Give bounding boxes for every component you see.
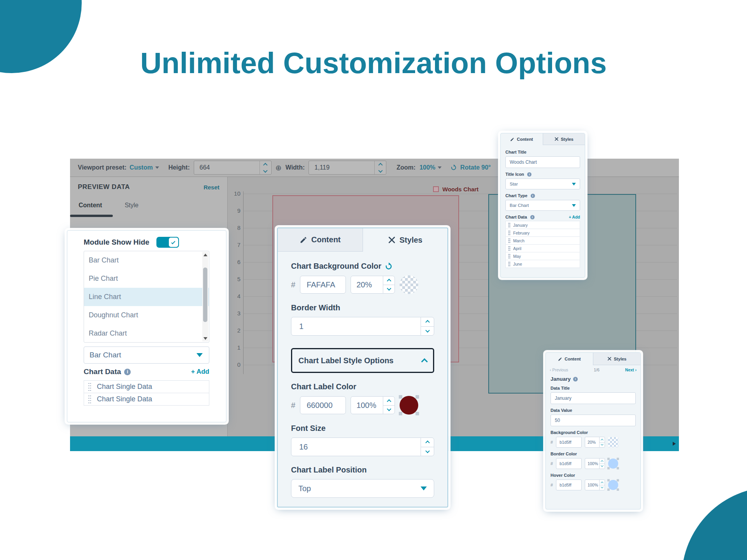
height-stepper[interactable] <box>260 161 271 174</box>
chevron-up-icon[interactable] <box>601 439 603 441</box>
list-item-label: April <box>513 246 521 251</box>
list-item[interactable]: April <box>505 244 580 252</box>
hover-opacity-input[interactable]: 100% <box>585 480 605 490</box>
drag-handle-icon[interactable] <box>88 382 91 392</box>
tab-content-label: Content <box>565 357 581 361</box>
title-icon-select[interactable]: Star <box>505 178 580 189</box>
label-color-swatch[interactable] <box>400 396 418 415</box>
data-item-panel: Content Styles ‹ Previous 1/6 Next › Jan… <box>545 352 641 509</box>
option-doughnut-chart[interactable]: Doughnut Chart <box>84 306 209 324</box>
border-color-swatch[interactable] <box>608 458 618 469</box>
background-opacity-input[interactable]: 20% <box>351 276 395 294</box>
background-color-swatch[interactable] <box>608 437 618 447</box>
chart-type-select[interactable]: Bar Chart <box>84 346 209 364</box>
tab-content[interactable]: Content <box>501 133 543 145</box>
drag-handle-icon[interactable] <box>508 261 510 267</box>
border-opacity-input[interactable]: 100% <box>585 458 605 469</box>
info-icon[interactable] <box>573 377 578 382</box>
info-icon[interactable] <box>527 172 531 177</box>
chevron-up-icon[interactable] <box>387 279 391 283</box>
refresh-icon[interactable] <box>384 262 393 271</box>
chart-type-selected-value: Bar Chart <box>89 351 121 359</box>
info-icon[interactable] <box>124 369 131 375</box>
rotate-button[interactable]: Rotate 90° <box>460 164 491 171</box>
background-hex-input[interactable]: b1d5ff <box>556 437 582 448</box>
list-item[interactable]: May <box>505 252 580 260</box>
info-icon[interactable] <box>530 215 535 219</box>
tab-style[interactable]: Style <box>124 202 139 209</box>
scroll-up-icon[interactable] <box>203 254 207 256</box>
chevron-down-icon[interactable] <box>425 449 430 453</box>
chevron-down-icon[interactable] <box>425 328 430 332</box>
border-hex-input[interactable]: b1d5ff <box>556 458 582 469</box>
chevron-up-icon[interactable] <box>601 460 603 463</box>
option-radar-chart[interactable]: Radar Chart <box>84 324 209 343</box>
chevron-down-icon[interactable] <box>387 286 391 290</box>
list-item[interactable]: January <box>505 221 580 229</box>
background-hex-input[interactable]: FAFAFA <box>300 276 346 294</box>
list-item[interactable]: March <box>505 236 580 245</box>
chevron-up-icon[interactable] <box>601 481 603 484</box>
drag-handle-icon[interactable] <box>508 230 510 236</box>
scroll-down-icon[interactable] <box>203 337 207 340</box>
data-title-input[interactable]: January <box>551 392 636 404</box>
drag-handle-icon[interactable] <box>508 222 510 228</box>
width-stepper[interactable] <box>374 161 386 174</box>
hover-color-swatch[interactable] <box>608 480 618 490</box>
drag-handle-icon[interactable] <box>508 254 510 259</box>
tab-content-label: Content <box>311 235 341 244</box>
module-toggle[interactable] <box>156 237 179 248</box>
label-color-hex-input[interactable]: 660000 <box>300 396 346 414</box>
next-button[interactable]: Next › <box>625 368 637 372</box>
chart-label-style-options-section[interactable]: Chart Label Style Options <box>291 348 434 373</box>
chart-type-label: Chart Type <box>505 193 528 198</box>
label-color-opacity-input[interactable]: 100% <box>351 396 395 414</box>
info-icon[interactable] <box>531 194 535 198</box>
tab-styles[interactable]: Styles <box>593 353 640 365</box>
zoom-select[interactable]: 100% <box>419 164 435 171</box>
drag-handle-icon[interactable] <box>508 238 510 243</box>
tab-styles[interactable]: Styles <box>543 133 585 145</box>
drag-handle-icon[interactable] <box>508 246 510 251</box>
data-value-input[interactable]: 50 <box>551 415 636 426</box>
previous-button[interactable]: ‹ Previous <box>550 368 568 372</box>
hover-hex-input[interactable]: b1d5ff <box>556 480 582 490</box>
width-input[interactable]: 1,119 <box>309 161 386 175</box>
add-chart-data-button[interactable]: + Add <box>569 215 580 219</box>
background-opacity-value: 20% <box>585 437 599 447</box>
font-size-input[interactable]: 16 <box>291 438 434 456</box>
chart-data-item[interactable]: Chart Single Data <box>84 380 209 393</box>
option-pie-chart[interactable]: Pie Chart <box>84 270 209 288</box>
viewport-preset-select[interactable]: Custom <box>130 164 153 171</box>
background-opacity-input[interactable]: 20% <box>585 437 605 448</box>
tab-content[interactable]: Content <box>278 228 363 252</box>
chevron-down-icon[interactable] <box>601 486 603 488</box>
chart-data-item[interactable]: Chart Single Data <box>84 393 209 406</box>
scrollbar-thumb[interactable] <box>203 268 207 322</box>
tab-styles[interactable]: Styles <box>363 228 448 252</box>
listbox-scrollbar[interactable] <box>202 252 208 341</box>
background-color-swatch[interactable] <box>400 275 418 294</box>
chevron-down-icon[interactable] <box>601 464 603 467</box>
chevron-up-icon[interactable] <box>425 320 430 324</box>
drag-handle-icon[interactable] <box>88 395 91 404</box>
border-width-input[interactable]: 1 <box>291 317 434 336</box>
chart-type-select[interactable]: Bar Chart <box>505 200 580 211</box>
add-chart-data-button[interactable]: + Add <box>191 368 209 376</box>
list-item[interactable]: February <box>505 229 580 237</box>
link-dimensions-icon[interactable]: ⊕ <box>275 163 282 172</box>
chart-data-list: Chart Single Data Chart Single Data <box>84 381 209 406</box>
chevron-down-icon[interactable] <box>601 443 603 446</box>
option-bar-chart[interactable]: Bar Chart <box>84 251 209 270</box>
tab-content[interactable]: Content <box>546 353 593 365</box>
chart-label-position-select[interactable]: Top <box>291 479 434 498</box>
chevron-up-icon[interactable] <box>425 441 430 445</box>
reset-button[interactable]: Reset <box>203 184 219 191</box>
tab-content[interactable]: Content <box>79 202 102 209</box>
chart-title-input[interactable]: Woods Chart <box>505 156 580 168</box>
chevron-down-icon[interactable] <box>387 407 391 411</box>
chevron-up-icon[interactable] <box>387 399 391 404</box>
option-line-chart[interactable]: Line Chart <box>84 288 209 306</box>
list-item[interactable]: June <box>505 260 580 268</box>
height-input[interactable]: 664 <box>194 161 272 175</box>
